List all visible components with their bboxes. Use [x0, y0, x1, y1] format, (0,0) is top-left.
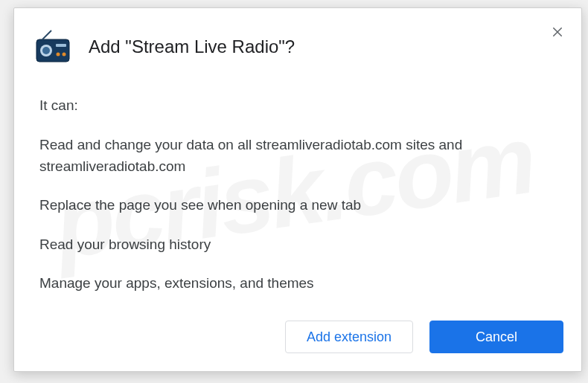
permission-item: Manage your apps, extensions, and themes: [39, 273, 552, 295]
permission-item: Replace the page you see when opening a …: [39, 195, 552, 216]
svg-point-5: [57, 53, 60, 57]
svg-point-6: [63, 53, 66, 57]
dialog-title: Add "Stream Live Radio"?: [89, 35, 295, 58]
dialog-body: It can: Read and change your data on all…: [29, 97, 566, 295]
extension-install-dialog: Add "Stream Live Radio"? It can: Read an…: [13, 7, 582, 372]
radio-icon: [35, 29, 71, 65]
close-icon: [551, 25, 564, 39]
permission-item: Read and change your data on all streaml…: [39, 135, 552, 177]
dialog-header: Add "Stream Live Radio"?: [29, 29, 566, 65]
svg-line-7: [42, 30, 51, 39]
cancel-button[interactable]: Cancel: [429, 321, 563, 353]
dialog-actions: Add extension Cancel: [285, 321, 563, 353]
svg-rect-4: [56, 44, 66, 47]
permission-item: Read your browsing history: [39, 234, 552, 256]
svg-point-3: [42, 47, 50, 54]
extension-icon: [35, 29, 71, 65]
add-extension-button[interactable]: Add extension: [285, 321, 413, 353]
permissions-intro: It can:: [39, 97, 552, 114]
close-button[interactable]: [549, 23, 566, 41]
